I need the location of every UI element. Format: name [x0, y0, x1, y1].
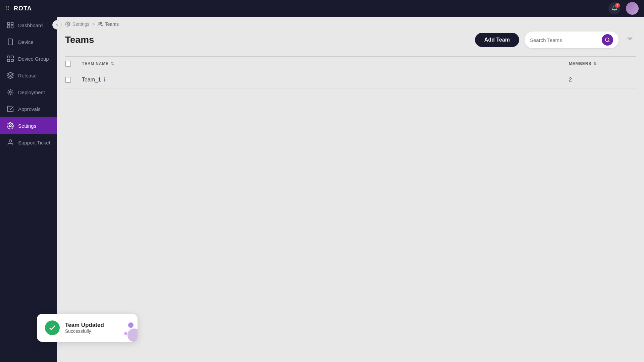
- support-icon: [7, 139, 14, 146]
- info-icon[interactable]: ℹ: [104, 76, 106, 83]
- breadcrumb-separator: >: [92, 21, 95, 27]
- sidebar-item-dashboard[interactable]: Dashboard: [0, 17, 57, 34]
- sidebar-item-release[interactable]: Release: [0, 67, 57, 84]
- svg-rect-8: [7, 59, 10, 61]
- sidebar: Dashboard Device Device Group Release De…: [0, 0, 57, 362]
- sidebar-label-device: Device: [18, 39, 34, 45]
- topbar-left: ⠿ ROTA: [5, 5, 32, 12]
- device-group-icon: [7, 55, 14, 62]
- svg-point-21: [128, 322, 133, 328]
- svg-point-13: [9, 140, 11, 142]
- table-row: Team_1 ℹ 2: [65, 71, 636, 88]
- sidebar-label-release: Release: [18, 73, 37, 78]
- avatar-image: [626, 2, 639, 15]
- svg-rect-1: [11, 22, 13, 24]
- breadcrumb-settings-label: Settings: [72, 21, 90, 27]
- topbar-right: 1: [608, 2, 639, 15]
- svg-marker-10: [7, 72, 13, 75]
- search-button[interactable]: [602, 34, 613, 46]
- notification-button[interactable]: 1: [608, 2, 621, 14]
- sidebar-item-support-ticket[interactable]: Support Ticket: [0, 134, 57, 151]
- column-header-members: MEMBERS ⇅: [569, 61, 636, 67]
- sidebar-item-device[interactable]: Device: [0, 34, 57, 50]
- sidebar-label-dashboard: Dashboard: [18, 22, 43, 28]
- svg-rect-9: [11, 59, 13, 61]
- filter-icon: [626, 36, 634, 44]
- sidebar-item-approvals[interactable]: Approvals: [0, 101, 57, 117]
- sort-members-icon[interactable]: ⇅: [593, 61, 597, 66]
- search-icon: [605, 37, 610, 43]
- breadcrumb-teams-icon: [98, 21, 103, 27]
- deployment-icon: [7, 88, 14, 96]
- select-all-checkbox[interactable]: [65, 61, 71, 67]
- svg-rect-2: [11, 26, 13, 28]
- approvals-icon: [7, 105, 14, 113]
- svg-point-11: [9, 91, 11, 93]
- svg-line-17: [608, 41, 609, 42]
- content-area: Teams Add Team: [57, 32, 644, 97]
- breadcrumb: Settings > Teams: [57, 17, 644, 32]
- toast-success-icon: [45, 320, 60, 335]
- column-header-name: TEAM NAME ⇅: [82, 61, 569, 67]
- dashboard-icon: [7, 21, 14, 29]
- page-header: Teams Add Team: [65, 32, 636, 48]
- sidebar-item-deployment[interactable]: Deployment: [0, 84, 57, 101]
- sidebar-item-settings[interactable]: Settings: [0, 117, 57, 134]
- page-title: Teams: [65, 35, 94, 45]
- topbar: ⠿ ROTA 1: [0, 0, 644, 17]
- breadcrumb-settings[interactable]: Settings: [65, 21, 90, 27]
- chevron-left-icon: [55, 23, 59, 27]
- breadcrumb-current: Teams: [98, 21, 119, 27]
- sidebar-label-approvals: Approvals: [18, 106, 41, 112]
- svg-rect-4: [8, 39, 13, 45]
- search-wrapper: [525, 32, 619, 48]
- svg-point-16: [605, 38, 609, 42]
- check-icon: [48, 324, 56, 332]
- team-members-cell: 2: [569, 77, 636, 83]
- app-logo: ROTA: [14, 5, 32, 12]
- svg-rect-0: [8, 22, 10, 24]
- device-icon: [7, 38, 14, 46]
- settings-icon: [7, 122, 14, 129]
- team-name-cell: Team_1 ℹ: [82, 76, 569, 83]
- search-input[interactable]: [530, 37, 599, 43]
- table-header: TEAM NAME ⇅ MEMBERS ⇅: [65, 57, 636, 71]
- svg-rect-6: [7, 56, 10, 58]
- breadcrumb-settings-icon: [65, 21, 70, 27]
- sidebar-label-device-group: Device Group: [18, 56, 49, 62]
- breadcrumb-current-label: Teams: [105, 21, 119, 27]
- svg-rect-7: [11, 56, 13, 58]
- team-name: Team_1: [82, 77, 101, 83]
- svg-point-22: [124, 332, 127, 335]
- svg-rect-3: [8, 26, 10, 28]
- row-checkbox-team1[interactable]: [65, 77, 71, 83]
- sort-name-icon[interactable]: ⇅: [111, 61, 114, 66]
- svg-point-23: [127, 328, 138, 342]
- toast-decoration: [111, 315, 138, 342]
- release-icon: [7, 72, 14, 79]
- svg-point-12: [9, 125, 11, 127]
- teams-table: TEAM NAME ⇅ MEMBERS ⇅ Team_1 ℹ 2: [65, 57, 636, 88]
- svg-point-15: [99, 22, 100, 24]
- grid-icon[interactable]: ⠿: [5, 5, 10, 12]
- add-team-button[interactable]: Add Team: [475, 33, 519, 47]
- notification-badge: 1: [615, 3, 620, 8]
- filter-button[interactable]: [624, 34, 636, 46]
- main-content: Settings > Teams Teams Add Team: [57, 0, 644, 362]
- avatar[interactable]: [626, 2, 639, 15]
- sidebar-label-settings: Settings: [18, 123, 36, 129]
- sidebar-item-device-group[interactable]: Device Group: [0, 50, 57, 67]
- sidebar-label-support-ticket: Support Ticket: [18, 140, 50, 145]
- svg-point-14: [67, 23, 68, 25]
- header-actions: Add Team: [475, 32, 636, 48]
- sidebar-label-deployment: Deployment: [18, 89, 45, 95]
- sidebar-toggle[interactable]: [52, 20, 62, 29]
- toast-notification: Team Updated Successfully: [37, 314, 138, 342]
